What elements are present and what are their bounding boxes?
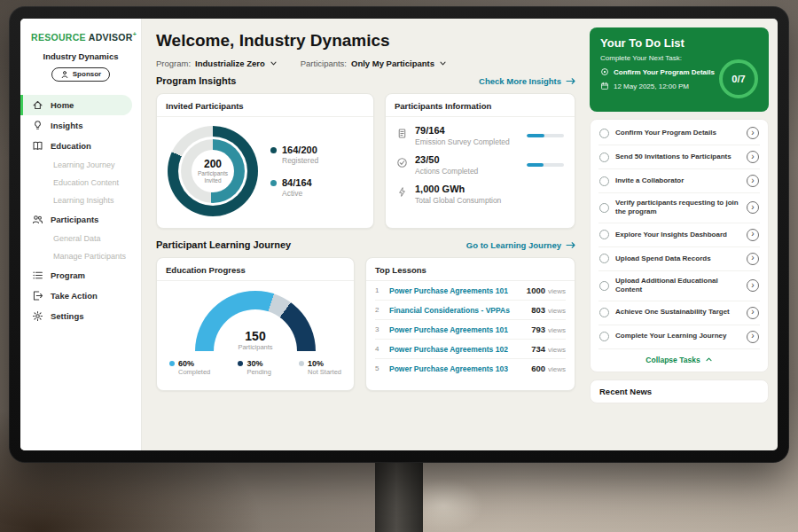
task-checkbox[interactable] — [599, 254, 609, 263]
lesson-row: 3 Power Purchase Agreements 101 793views — [375, 320, 566, 340]
legend-item: 60% Completed — [169, 359, 210, 376]
task-chevron-icon[interactable]: › — [747, 279, 759, 292]
recent-news-card[interactable]: Recent News — [590, 379, 769, 403]
sidebar-item-education-content[interactable]: Education Content — [20, 174, 141, 192]
legend-item: 84/164 Active — [270, 177, 318, 198]
todo-task-row[interactable]: Complete Your Learning Journey › — [598, 325, 760, 348]
org-name: Industry Dynamics — [27, 51, 134, 61]
progress-bar — [527, 163, 564, 167]
education-progress-gauge-chart: 150 Participants — [195, 291, 316, 351]
section-title: Program Insights — [156, 75, 236, 86]
todo-task-row[interactable]: Confirm Your Program Details › — [598, 121, 760, 145]
sidebar-item-learning-journey[interactable]: Learning Journey — [20, 156, 141, 174]
todo-task-row[interactable]: Verify participants requesting to join t… — [598, 193, 760, 223]
program-filter-dropdown[interactable]: Program: Industrialize Zero — [156, 59, 278, 68]
task-chevron-icon[interactable]: › — [747, 127, 759, 139]
lesson-row: 2 Financial Considerations - VPPAs 803vi… — [375, 301, 566, 320]
lesson-link[interactable]: Power Purchase Agreements 101 — [389, 286, 520, 295]
top-lessons-card: Top Lessons 1 Power Purchase Agreements … — [365, 257, 575, 391]
sidebar-nav: Home Insights Education Learning Journey… — [20, 95, 141, 326]
sidebar-item-general-data[interactable]: General Data — [20, 230, 141, 247]
gear-icon — [32, 310, 43, 322]
stat-row: 1,000 GWh Total Global Consumption — [396, 184, 564, 205]
learning-cards-row: Education Progress 150 Participants — [156, 257, 575, 391]
todo-progress-ring: 0/7 — [719, 59, 758, 98]
todo-task-row[interactable]: Invite a Collaborator › — [598, 169, 760, 193]
invited-participants-donut-chart: 200 Participants Invited — [168, 126, 258, 216]
legend-item: 30% Pending — [238, 359, 271, 376]
section-title: Participant Learning Journey — [156, 239, 291, 250]
lesson-link[interactable]: Power Purchase Agreements 103 — [389, 364, 524, 373]
lesson-link[interactable]: Financial Considerations - VPPAs — [389, 306, 524, 315]
task-checkbox[interactable] — [599, 308, 609, 317]
energy-icon — [396, 185, 408, 197]
stat-row: 23/50 Actions Completed — [396, 154, 564, 176]
task-chevron-icon[interactable]: › — [747, 307, 759, 319]
sponsor-badge[interactable]: Sponsor — [51, 67, 110, 82]
todo-task-row[interactable]: Achieve One Sustainability Target › — [598, 301, 760, 325]
program-insights-header: Program Insights Check More Insights — [156, 75, 575, 86]
task-chevron-icon[interactable]: › — [747, 229, 759, 241]
chevron-up-icon — [705, 356, 713, 364]
task-checkbox[interactable] — [599, 153, 609, 162]
survey-icon — [396, 127, 408, 138]
sidebar-item-home[interactable]: Home — [20, 95, 132, 115]
people-icon — [32, 214, 43, 225]
person-icon — [60, 70, 69, 79]
task-chevron-icon[interactable]: › — [747, 331, 759, 343]
task-chevron-icon[interactable]: › — [747, 201, 759, 214]
arrow-right-icon — [566, 77, 575, 85]
check-more-insights-link[interactable]: Check More Insights — [479, 76, 575, 86]
chevron-down-icon — [270, 59, 278, 67]
filters-bar: Program: Industrialize Zero Participants… — [156, 59, 575, 68]
task-chevron-icon[interactable]: › — [747, 151, 759, 163]
todo-task-row[interactable]: Upload Additional Educational Content › — [598, 271, 760, 301]
action-arrow-icon — [32, 290, 43, 301]
lessons-list: 1 Power Purchase Agreements 101 1000view… — [366, 281, 575, 378]
participants-filter-dropdown[interactable]: Participants: Only My Participants — [301, 59, 447, 68]
task-chevron-icon[interactable]: › — [747, 175, 759, 187]
todo-tasks-list: Confirm Your Program Details › Send 50 I… — [598, 121, 760, 348]
task-checkbox[interactable] — [599, 281, 609, 291]
task-checkbox[interactable] — [599, 332, 609, 341]
participants-information-card: Participants Information 79/164 Emission… — [385, 93, 575, 229]
todo-task-row[interactable]: Send 50 Invitations to Participants › — [598, 145, 760, 169]
task-chevron-icon[interactable]: › — [747, 253, 759, 265]
todo-task-row[interactable]: Explore Your Insights Dashboard › — [598, 223, 760, 247]
education-progress-card: Education Progress 150 Participants — [156, 257, 355, 391]
sidebar-item-education[interactable]: Education — [20, 136, 141, 156]
arrow-right-icon — [566, 241, 575, 249]
app-logo[interactable]: RESOURCE ADVISOR+ — [20, 29, 141, 51]
book-icon — [32, 140, 43, 152]
todo-summary-card: Your To Do List Complete Your Next Task:… — [590, 27, 769, 112]
go-to-learning-journey-link[interactable]: Go to Learning Journey — [466, 240, 575, 250]
monitor-frame: RESOURCE ADVISOR+ Industry Dynamics Spon… — [9, 6, 789, 463]
next-task[interactable]: Confirm Your Program Details — [600, 67, 719, 76]
lesson-link[interactable]: Power Purchase Agreements 101 — [389, 325, 524, 334]
target-icon — [600, 67, 609, 76]
legend-item: 164/200 Registered — [270, 145, 318, 165]
task-checkbox[interactable] — [599, 129, 609, 138]
dashboard-screen: RESOURCE ADVISOR+ Industry Dynamics Spon… — [20, 19, 778, 450]
lesson-link[interactable]: Power Purchase Agreements 102 — [389, 345, 524, 354]
sidebar-item-manage-participants[interactable]: Manage Participants — [20, 247, 141, 265]
task-checkbox[interactable] — [599, 230, 609, 239]
sidebar-item-participants[interactable]: Participants — [20, 209, 141, 230]
sidebar-item-learning-insights[interactable]: Learning Insights — [20, 192, 141, 209]
chevron-down-icon — [439, 59, 447, 67]
lesson-row: 1 Power Purchase Agreements 101 1000view… — [375, 281, 566, 301]
task-checkbox[interactable] — [599, 203, 609, 213]
sidebar-item-insights[interactable]: Insights — [20, 115, 141, 136]
next-task-due: 12 May 2025, 12:00 PM — [600, 82, 719, 90]
todo-task-row[interactable]: Upload Spend Data Records › — [598, 247, 760, 271]
sidebar-item-settings[interactable]: Settings — [20, 306, 141, 326]
actions-check-icon — [396, 156, 408, 168]
task-checkbox[interactable] — [599, 176, 609, 186]
collapse-tasks-link[interactable]: Collapse Tasks — [598, 348, 760, 370]
monitor-stand — [375, 459, 423, 532]
learning-journey-header: Participant Learning Journey Go to Learn… — [156, 239, 575, 250]
invited-legend: 164/200 Registered 84/164 Active — [270, 145, 318, 198]
lesson-row: 4 Power Purchase Agreements 102 734views — [375, 340, 566, 359]
sidebar-item-take-action[interactable]: Take Action — [20, 286, 141, 306]
sidebar-item-program[interactable]: Program — [20, 265, 141, 286]
